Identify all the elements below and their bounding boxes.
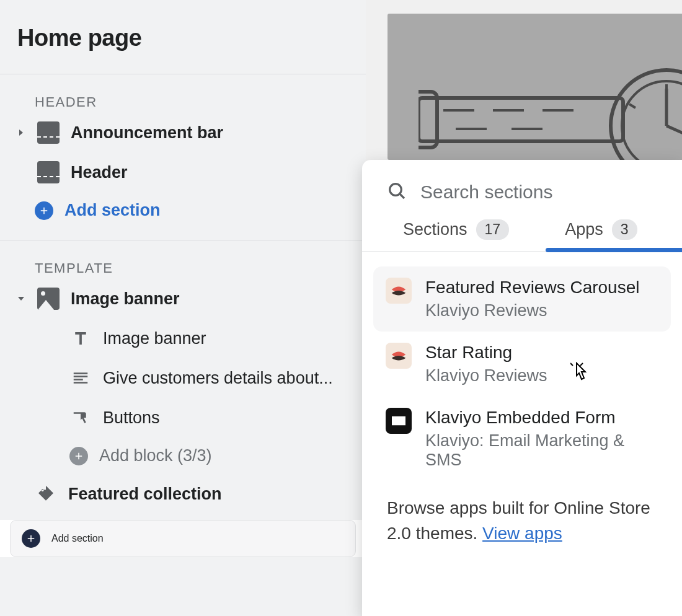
- svg-point-14: [390, 184, 402, 196]
- app-item-title: Klaviyo Embedded Form: [425, 408, 658, 428]
- block-label: Image banner: [103, 329, 206, 348]
- block-label: Give customers details about...: [103, 369, 333, 388]
- page-title: Home page: [17, 25, 348, 51]
- tab-label: Apps: [565, 220, 603, 239]
- svg-line-13: [629, 104, 636, 108]
- tab-indicator: [546, 248, 682, 252]
- plus-circle-icon: [22, 529, 40, 548]
- paragraph-icon: [69, 367, 92, 389]
- section-icon: [37, 121, 60, 144]
- template-group: TEMPLATE Image banner Image banner Give …: [0, 240, 366, 557]
- add-section-template[interactable]: Add section: [10, 520, 356, 557]
- sidebar-item-header[interactable]: Header: [0, 152, 366, 192]
- tabs-wrap: Sections 17 Apps 3: [362, 219, 682, 252]
- add-section-label: Add section: [51, 533, 104, 544]
- svg-line-10: [666, 126, 682, 138]
- add-section-label: Add section: [64, 201, 161, 220]
- group-label-template: TEMPLATE: [0, 240, 366, 279]
- sidebar-item-image-banner[interactable]: Image banner: [0, 279, 366, 319]
- sidebar-item-label: Featured collection: [68, 485, 222, 504]
- block-buttons[interactable]: Buttons: [0, 398, 366, 438]
- app-item-subtitle: Klaviyo: Email Marketing & SMS: [425, 431, 658, 470]
- app-item-subtitle: Klaviyo Reviews: [425, 366, 547, 385]
- button-icon: [69, 407, 92, 429]
- tab-count-badge: 3: [612, 219, 637, 240]
- preview-and-popover: Search sections Sections 17 Apps 3 Featu…: [366, 0, 682, 616]
- tab-apps[interactable]: Apps 3: [565, 219, 637, 240]
- tab-sections[interactable]: Sections 17: [403, 219, 509, 240]
- sidebar-item-label: Image banner: [71, 289, 180, 309]
- add-section-header[interactable]: Add section: [0, 192, 366, 229]
- heading-icon: [69, 327, 92, 350]
- plus-circle-icon: [35, 201, 53, 220]
- search-row[interactable]: Search sections: [362, 160, 682, 219]
- svg-line-15: [400, 194, 404, 198]
- block-image-banner[interactable]: Image banner: [0, 319, 366, 358]
- caret-right-icon: [16, 128, 26, 138]
- view-apps-link[interactable]: View apps: [482, 524, 562, 543]
- theme-preview: [388, 14, 682, 160]
- plus-circle-icon: [69, 447, 88, 465]
- group-label-header: HEADER: [0, 74, 366, 113]
- section-picker-popover: Search sections Sections 17 Apps 3 Featu…: [362, 160, 682, 616]
- app-item-subtitle: Klaviyo Reviews: [425, 301, 640, 320]
- add-block-label: Add block (3/3): [99, 446, 212, 465]
- svg-point-8: [622, 81, 682, 160]
- add-section-highlight: Add section: [0, 520, 366, 557]
- page-title-wrap: Home page: [0, 0, 366, 74]
- tab-label: Sections: [403, 220, 467, 239]
- tag-icon: [35, 483, 57, 505]
- sidebar-item-announcement-bar[interactable]: Announcement bar: [0, 113, 366, 152]
- sidebar-item-label: Header: [71, 163, 128, 182]
- image-icon: [37, 288, 60, 310]
- search-placeholder: Search sections: [420, 182, 552, 203]
- klaviyo-form-icon: [386, 408, 412, 434]
- klaviyo-reviews-icon: [386, 343, 412, 369]
- block-label: Buttons: [103, 408, 160, 428]
- app-item-title: Featured Reviews Carousel: [425, 278, 640, 297]
- theme-editor-sidebar: Home page HEADER Announcement bar Header: [0, 0, 366, 616]
- block-rich-text[interactable]: Give customers details about...: [0, 358, 366, 398]
- apps-list: Featured Reviews CarouselKlaviyo Reviews…: [362, 252, 682, 481]
- header-group: HEADER Announcement bar Header Add secti…: [0, 74, 366, 240]
- svg-rect-0: [418, 98, 623, 141]
- caret-down-icon: [16, 294, 26, 304]
- app-item[interactable]: Klaviyo Embedded FormKlaviyo: Email Mark…: [373, 397, 671, 481]
- sidebar-item-label: Announcement bar: [71, 123, 223, 143]
- app-item-title: Star Rating: [425, 343, 547, 363]
- search-icon: [387, 181, 407, 203]
- browse-apps-text: Browse apps built for Online Store 2.0 t…: [362, 481, 682, 560]
- sidebar-item-featured-collection[interactable]: Featured collection: [0, 474, 366, 514]
- app-item[interactable]: Featured Reviews CarouselKlaviyo Reviews: [373, 266, 671, 332]
- section-icon: [37, 161, 60, 183]
- caret-spacer: [16, 167, 26, 177]
- klaviyo-reviews-icon: [386, 278, 412, 304]
- app-item[interactable]: Star RatingKlaviyo Reviews: [373, 332, 671, 397]
- tab-count-badge: 17: [476, 219, 510, 240]
- svg-rect-1: [418, 92, 437, 147]
- add-block[interactable]: Add block (3/3): [0, 438, 366, 474]
